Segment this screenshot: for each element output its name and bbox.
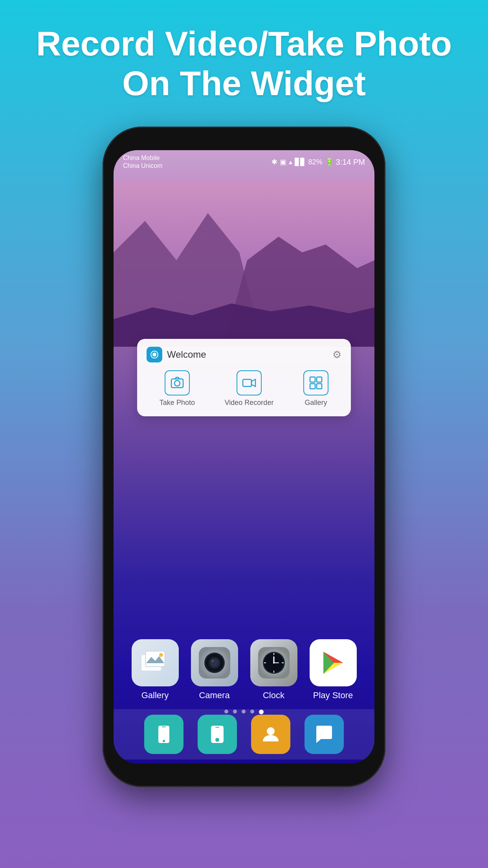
gallery-widget-action[interactable]: Gallery (303, 370, 328, 407)
take-photo-label: Take Photo (160, 399, 195, 407)
signal-icon: ▊▊ (295, 158, 306, 166)
header-section: Record Video/Take Photo On The Widget (0, 0, 488, 119)
camera-app[interactable]: Camera (191, 639, 238, 701)
svg-point-30 (273, 662, 275, 664)
playstore-app[interactable]: Play Store (310, 639, 357, 701)
phone-device: China Mobile China Unicom ✱ ▣ ▴ ▊▊ 82% 🔋… (103, 127, 385, 787)
carrier2: China Unicom (123, 162, 162, 170)
svg-point-20 (211, 660, 214, 662)
sim-icon: ▣ (280, 158, 286, 166)
video-recorder-icon (237, 370, 262, 395)
mountain-graphic (114, 182, 374, 347)
carrier-info: China Mobile China Unicom (123, 154, 162, 171)
svg-rect-7 (317, 377, 322, 382)
status-icons: ✱ ▣ ▴ ▊▊ 82% 🔋 3:14 PM (272, 158, 365, 167)
bluetooth-icon: ✱ (272, 158, 277, 166)
gallery-app[interactable]: Gallery (132, 639, 179, 701)
svg-point-4 (174, 381, 180, 386)
svg-rect-6 (310, 377, 315, 382)
phone-wrapper: China Mobile China Unicom ✱ ▣ ▴ ▊▊ 82% 🔋… (0, 119, 488, 787)
svg-point-14 (159, 653, 163, 657)
svg-point-1 (152, 353, 156, 357)
gallery-app-icon (132, 639, 179, 686)
widget-actions: Take Photo Video Recorder (147, 370, 341, 407)
svg-rect-9 (317, 384, 322, 389)
wifi-icon: ▴ (289, 158, 292, 166)
phone-screen: China Mobile China Unicom ✱ ▣ ▴ ▊▊ 82% 🔋… (114, 150, 374, 763)
clock-app[interactable]: Clock (250, 639, 297, 701)
take-photo-icon (165, 370, 190, 395)
widget-title: Welcome (167, 349, 206, 360)
clock-app-label: Clock (263, 690, 284, 701)
clock-app-icon (250, 639, 297, 686)
video-recorder-label: Video Recorder (225, 399, 274, 407)
dock (114, 709, 374, 760)
contacts-dock-icon[interactable] (251, 715, 290, 754)
svg-point-32 (267, 727, 275, 735)
app-grid: Gallery (114, 639, 374, 701)
battery-icon: 🔋 (325, 158, 334, 166)
svg-rect-8 (310, 384, 315, 389)
settings-icon[interactable]: ⚙ (332, 349, 341, 361)
camera-app-icon (191, 639, 238, 686)
phone-dock[interactable] (198, 715, 237, 754)
widget-app-icon (147, 347, 162, 362)
widget-card: Welcome ⚙ Take Phot (137, 339, 351, 416)
messages-dock-icon[interactable] (305, 715, 344, 754)
battery-level: 82% (308, 158, 322, 166)
gallery-app-label: Gallery (141, 690, 169, 701)
gallery-label: Gallery (305, 399, 327, 407)
header-line1: Record Video/Take Photo (36, 24, 452, 63)
camera-app-label: Camera (199, 690, 229, 701)
widget-header-left: Welcome (147, 347, 206, 362)
playstore-app-icon (310, 639, 357, 686)
status-time: 3:14 PM (336, 158, 365, 167)
header-line2: On The Widget (122, 64, 366, 103)
gallery-icon (303, 370, 328, 395)
playstore-app-label: Play Store (313, 690, 353, 701)
video-recorder-action[interactable]: Video Recorder (225, 370, 274, 407)
header-title: Record Video/Take Photo On The Widget (31, 24, 457, 103)
take-photo-action[interactable]: Take Photo (160, 370, 195, 407)
phone-dock-icon[interactable] (144, 715, 183, 754)
widget-header: Welcome ⚙ (147, 347, 341, 362)
svg-rect-5 (243, 379, 251, 386)
status-bar: China Mobile China Unicom ✱ ▣ ▴ ▊▊ 82% 🔋… (114, 150, 374, 174)
carrier1: China Mobile (123, 154, 162, 162)
